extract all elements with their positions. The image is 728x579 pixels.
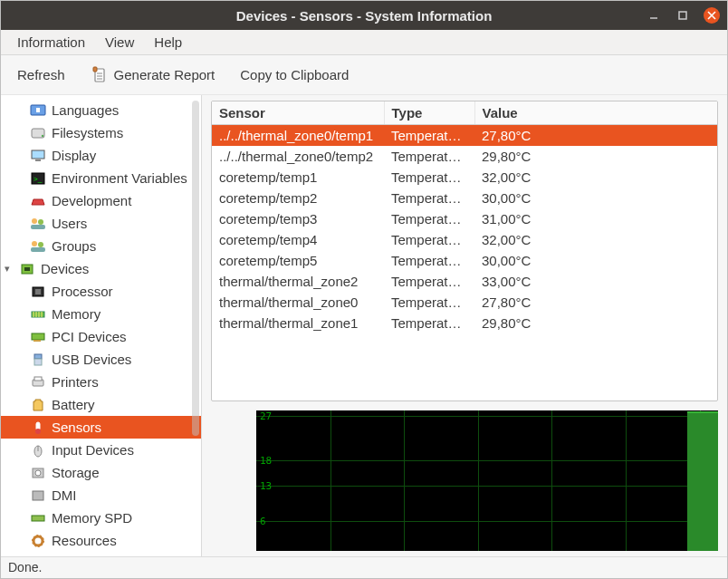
sidebar-item-battery[interactable]: Battery: [1, 393, 201, 416]
gridline-v: [478, 410, 479, 551]
menubar: Information View Help: [1, 30, 727, 55]
sidebar-item-memory-spd[interactable]: Memory SPD: [1, 507, 201, 529]
cell-sensor: coretemp/temp3: [212, 208, 384, 229]
table-row[interactable]: ../../thermal_zone0/temp2Temperature29,8…: [212, 146, 717, 167]
sidebar-group-devices[interactable]: ▾Devices: [1, 257, 201, 280]
sidebar-item-resources[interactable]: Resources: [1, 529, 201, 552]
sidebar-scrollbar[interactable]: [192, 101, 199, 436]
cell-sensor: thermal/thermal_zone1: [212, 313, 384, 333]
printer-icon: [28, 374, 48, 391]
menu-help[interactable]: Help: [145, 32, 191, 53]
sensor-table-wrap: Sensor Type Value ../../thermal_zone0/te…: [211, 101, 718, 401]
sidebar-group-label: Network: [41, 555, 91, 556]
gridline-h: [256, 460, 718, 461]
sidebar-item-label: Development: [52, 193, 131, 208]
gridline-v: [404, 410, 405, 551]
users-icon: [28, 216, 48, 232]
chip-icon: [17, 261, 37, 277]
dev-icon: [28, 193, 48, 209]
cell-type: Temperature: [384, 229, 474, 250]
chart-tick: 18: [260, 455, 272, 467]
sidebar-item-label: Display: [52, 148, 96, 163]
sidebar-item-label: Memory: [52, 306, 101, 322]
svg-rect-45: [32, 516, 44, 521]
svg-rect-32: [32, 333, 44, 340]
refresh-button[interactable]: Refresh: [8, 63, 74, 87]
table-row[interactable]: coretemp/temp2Temperature30,00°C: [212, 188, 717, 208]
sidebar-item-label: Resources: [52, 533, 117, 548]
sidebar-item-label: Environment Variables: [52, 170, 187, 186]
menu-information[interactable]: Information: [8, 32, 94, 53]
table-row[interactable]: coretemp/temp3Temperature31,00°C: [212, 208, 717, 229]
network-icon: [17, 555, 37, 557]
titlebar: Devices - Sensors - System Information: [1, 1, 727, 30]
table-row[interactable]: thermal/thermal_zone0Temperature27,80°C: [212, 292, 717, 313]
table-row[interactable]: coretemp/temp5Temperature30,00°C: [212, 250, 717, 271]
sidebar-item-label: PCI Devices: [52, 329, 127, 344]
menu-view[interactable]: View: [96, 32, 143, 53]
svg-point-12: [42, 134, 43, 136]
svg-point-39: [35, 429, 41, 434]
sidebar-item-dmi[interactable]: DMI: [1, 484, 201, 507]
sidebar-item-pci-devices[interactable]: PCI Devices: [1, 325, 201, 348]
chart-series-bar: [687, 411, 718, 551]
col-type[interactable]: Type: [384, 101, 474, 125]
sidebar-item-development[interactable]: Development: [1, 189, 201, 212]
cell-type: Temperature: [384, 146, 474, 167]
generate-report-button[interactable]: Generate Report: [81, 62, 225, 89]
close-button[interactable]: [704, 7, 720, 24]
sidebar-item-printers[interactable]: Printers: [1, 371, 201, 393]
col-value[interactable]: Value: [474, 101, 717, 125]
mem-icon: [28, 306, 48, 323]
cell-type: Temperature: [384, 271, 474, 292]
sidebar-tree[interactable]: LanguagesFilesystemsDisplay>_Environment…: [1, 99, 201, 556]
sidebar-item-memory[interactable]: Memory: [1, 303, 201, 325]
svg-point-43: [35, 470, 41, 476]
sidebar-item-filesystems[interactable]: Filesystems: [1, 121, 201, 144]
table-row[interactable]: ../../thermal_zone0/temp1Temperature27,8…: [212, 125, 717, 147]
cell-type: Temperature: [384, 208, 474, 229]
sidebar-item-users[interactable]: Users: [1, 212, 201, 235]
sidebar-item-label: Battery: [52, 397, 95, 412]
copy-clipboard-button[interactable]: Copy to Clipboard: [231, 63, 358, 87]
gridline-h: [256, 416, 718, 417]
svg-point-46: [34, 536, 43, 545]
sidebar-item-languages[interactable]: Languages: [1, 99, 201, 121]
table-row[interactable]: thermal/thermal_zone1Temperature29,80°C: [212, 313, 717, 333]
sidebar-item-groups[interactable]: Groups: [1, 235, 201, 257]
sidebar-item-input-devices[interactable]: Input Devices: [1, 439, 201, 461]
refresh-label: Refresh: [17, 67, 65, 82]
cell-type: Temperature: [384, 313, 474, 333]
sidebar-item-environment-variables[interactable]: >_Environment Variables: [1, 167, 201, 189]
toolbar: Refresh Generate Report Copy to Clipboar…: [1, 55, 727, 95]
table-row[interactable]: coretemp/temp4Temperature32,00°C: [212, 229, 717, 250]
cell-value: 29,80°C: [474, 146, 717, 167]
terminal-icon: >_: [28, 170, 48, 187]
maximize-icon: [677, 10, 688, 21]
col-sensor[interactable]: Sensor: [212, 101, 384, 125]
chart-tick: 13: [260, 480, 272, 492]
sidebar-item-label: Groups: [52, 238, 96, 254]
table-row[interactable]: coretemp/temp1Temperature32,00°C: [212, 167, 717, 188]
languages-icon: [28, 102, 48, 119]
sidebar-item-processor[interactable]: Processor: [1, 280, 201, 303]
pci-icon: [28, 329, 48, 345]
svg-point-18: [38, 219, 43, 225]
cell-sensor: coretemp/temp4: [212, 229, 384, 250]
cell-value: 29,80°C: [474, 313, 717, 333]
cpu-icon: [28, 284, 48, 300]
cell-value: 32,00°C: [474, 167, 717, 188]
sidebar-item-usb-devices[interactable]: USB Devices: [1, 348, 201, 371]
display-icon: [28, 148, 48, 164]
svg-rect-34: [34, 354, 42, 359]
maximize-button[interactable]: [675, 7, 691, 24]
minimize-button[interactable]: [646, 7, 662, 24]
sidebar-item-sensors[interactable]: Sensors: [1, 416, 201, 439]
drive-icon: [28, 125, 48, 141]
sidebar-group-network[interactable]: ▸Network: [1, 552, 201, 556]
sidebar-item-storage[interactable]: Storage: [1, 461, 201, 484]
usb-icon: [28, 352, 48, 368]
content-pane: Sensor Type Value ../../thermal_zone0/te…: [202, 95, 727, 556]
table-row[interactable]: thermal/thermal_zone2Temperature33,00°C: [212, 271, 717, 292]
sidebar-item-display[interactable]: Display: [1, 144, 201, 167]
